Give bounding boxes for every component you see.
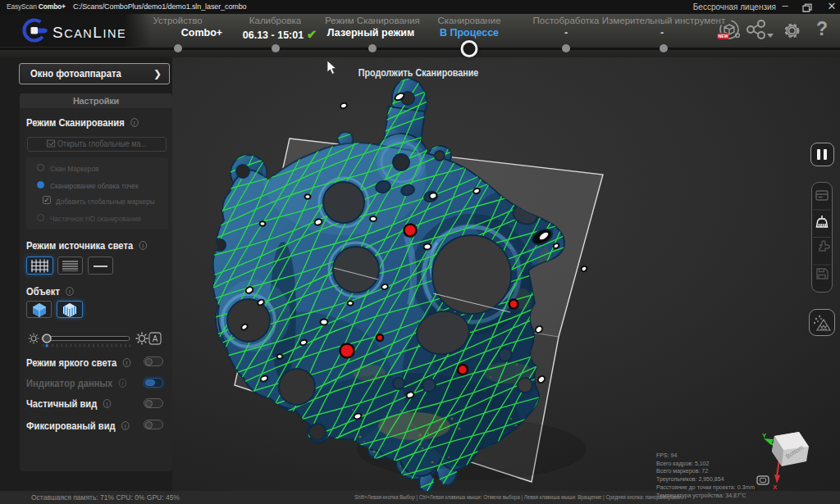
svg-text:A: A (153, 334, 158, 343)
svg-text:SCANLINE: SCANLINE (52, 24, 126, 41)
svg-text:NEW: NEW (718, 34, 728, 39)
